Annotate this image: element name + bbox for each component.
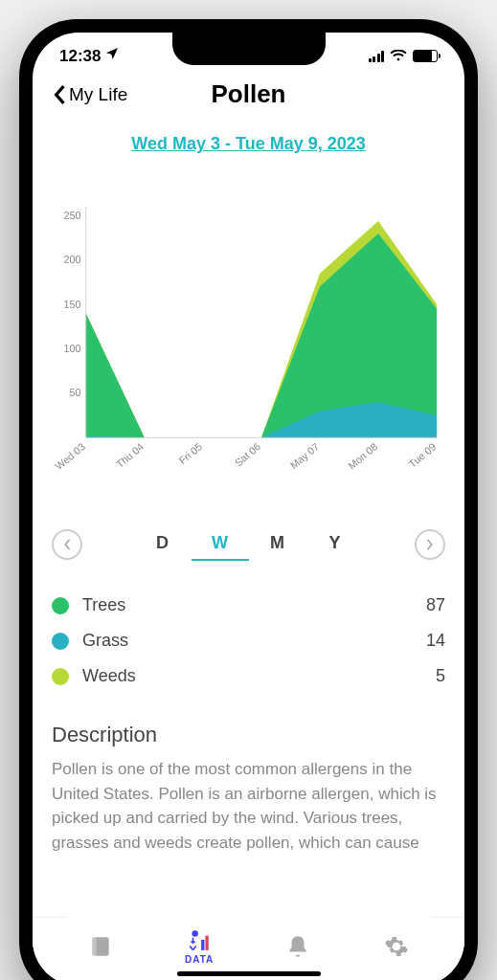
period-tab-d[interactable]: D bbox=[134, 527, 192, 561]
period-tab-m[interactable]: M bbox=[249, 527, 306, 561]
svg-text:Thu 04: Thu 04 bbox=[114, 440, 146, 470]
svg-rect-14 bbox=[201, 940, 204, 950]
legend-row: Grass14 bbox=[52, 623, 445, 658]
tab-journal[interactable] bbox=[72, 934, 129, 959]
svg-text:Sat 06: Sat 06 bbox=[233, 440, 262, 468]
legend-value: 87 bbox=[426, 595, 445, 615]
svg-text:250: 250 bbox=[63, 210, 80, 221]
data-icon bbox=[187, 927, 212, 952]
description-text: Pollen is one of the most common allerge… bbox=[52, 757, 445, 855]
svg-point-16 bbox=[192, 930, 199, 937]
svg-rect-15 bbox=[206, 936, 209, 950]
page-title: Pollen bbox=[211, 79, 285, 109]
back-label: My Life bbox=[69, 84, 127, 105]
svg-text:Tue 09: Tue 09 bbox=[406, 440, 438, 469]
legend-row: Trees87 bbox=[52, 588, 445, 623]
legend-dot bbox=[52, 597, 69, 614]
period-tab-y[interactable]: Y bbox=[306, 527, 364, 561]
legend-dot bbox=[52, 668, 69, 685]
svg-text:Mon 08: Mon 08 bbox=[346, 440, 379, 471]
prev-period-button[interactable] bbox=[52, 529, 82, 560]
wifi-icon bbox=[390, 50, 407, 62]
svg-text:Fri 05: Fri 05 bbox=[176, 440, 204, 466]
bell-icon bbox=[285, 934, 310, 959]
back-button[interactable]: My Life bbox=[52, 84, 127, 105]
legend-label: Trees bbox=[82, 595, 426, 615]
legend-row: Weeds5 bbox=[52, 658, 445, 694]
legend: Trees87Grass14Weeds5 bbox=[52, 588, 445, 694]
location-icon bbox=[104, 46, 120, 66]
legend-value: 14 bbox=[426, 631, 445, 651]
svg-text:May 07: May 07 bbox=[288, 440, 322, 471]
svg-text:Wed 03: Wed 03 bbox=[53, 440, 87, 472]
tab-notifications[interactable] bbox=[269, 934, 327, 959]
tab-data-label: DATA bbox=[185, 954, 214, 965]
date-range-link[interactable]: Wed May 3 - Tue May 9, 2023 bbox=[52, 134, 445, 154]
status-time: 12:38 bbox=[59, 47, 101, 66]
book-icon bbox=[88, 934, 113, 959]
pollen-chart: 50100150200250Wed 03Thu 04Fri 05Sat 06Ma… bbox=[52, 181, 445, 506]
legend-value: 5 bbox=[436, 666, 445, 686]
home-indicator[interactable] bbox=[177, 971, 321, 976]
legend-label: Weeds bbox=[82, 666, 436, 686]
tab-settings[interactable] bbox=[368, 934, 425, 959]
description-heading: Description bbox=[52, 723, 445, 747]
next-period-button[interactable] bbox=[415, 529, 445, 560]
svg-text:100: 100 bbox=[63, 343, 80, 354]
svg-rect-13 bbox=[93, 937, 97, 956]
svg-text:50: 50 bbox=[69, 387, 80, 398]
cellular-icon bbox=[369, 51, 385, 62]
svg-text:200: 200 bbox=[63, 254, 80, 265]
svg-text:150: 150 bbox=[63, 299, 80, 310]
tab-data[interactable]: DATA bbox=[170, 927, 228, 965]
gear-icon bbox=[384, 934, 409, 959]
period-tab-w[interactable]: W bbox=[192, 527, 249, 561]
legend-dot bbox=[52, 633, 69, 650]
legend-label: Grass bbox=[82, 631, 426, 651]
battery-icon bbox=[413, 50, 438, 62]
